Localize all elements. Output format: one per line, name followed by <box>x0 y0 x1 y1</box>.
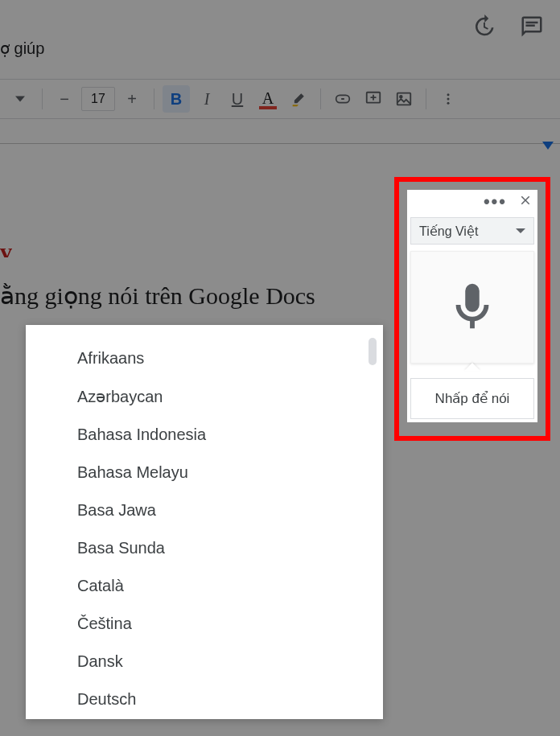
comment-icon[interactable] <box>520 14 544 42</box>
chevron-down-icon <box>516 228 525 233</box>
language-option[interactable]: Bahasa Melayu <box>26 454 383 491</box>
menu-help[interactable]: ợ giúp <box>0 39 44 58</box>
language-option[interactable]: Català <box>26 567 383 605</box>
more-button[interactable] <box>434 85 462 113</box>
voice-prompt-label: Nhấp để nói <box>410 378 534 419</box>
language-option[interactable]: Basa Sunda <box>26 529 383 567</box>
font-size-decrease[interactable]: − <box>51 85 78 113</box>
italic-button[interactable]: I <box>193 85 220 113</box>
insert-link-button[interactable] <box>329 85 356 113</box>
voice-language-select[interactable]: Tiếng Việt <box>410 217 534 245</box>
history-icon[interactable] <box>471 14 496 42</box>
separator <box>426 88 426 109</box>
language-option[interactable]: Bahasa Indonesia <box>26 416 383 454</box>
language-option[interactable]: Deutsch <box>26 680 383 718</box>
svg-point-4 <box>447 98 450 101</box>
svg-point-5 <box>447 102 450 105</box>
language-option[interactable]: Azərbaycan <box>26 377 383 416</box>
language-option[interactable]: Dansk <box>26 643 383 680</box>
toolbar: − 17 + B I U A <box>0 79 560 119</box>
separator <box>42 88 43 109</box>
insert-image-button[interactable] <box>390 85 418 113</box>
font-size-increase[interactable]: + <box>118 85 146 113</box>
svg-point-3 <box>447 93 450 96</box>
svg-point-2 <box>400 96 402 98</box>
language-dropdown-list[interactable]: AfrikaansAzərbaycanBahasa IndonesiaBahas… <box>26 325 383 719</box>
text-color-button[interactable]: A <box>254 85 282 113</box>
voice-language-label: Tiếng Việt <box>419 224 478 239</box>
more-options-icon[interactable]: ••• <box>484 198 507 206</box>
ruler-indent-marker[interactable] <box>542 142 554 150</box>
highlight-button[interactable] <box>285 85 312 113</box>
language-option[interactable]: Čeština <box>26 605 383 643</box>
close-icon[interactable] <box>518 193 533 211</box>
voice-typing-highlight: ••• Tiếng Việt Nhấp để nói <box>394 177 550 441</box>
microphone-icon <box>444 271 500 343</box>
add-comment-button[interactable] <box>360 85 387 113</box>
ruler <box>0 143 560 144</box>
language-option[interactable]: Afrikaans <box>26 339 383 377</box>
separator <box>154 88 154 109</box>
language-option[interactable]: Basa Jawa <box>26 491 383 529</box>
scrollbar-thumb[interactable] <box>369 338 377 365</box>
separator <box>320 88 321 109</box>
doc-text-fragment: v <box>0 238 16 257</box>
bold-button[interactable]: B <box>163 85 190 113</box>
microphone-button[interactable] <box>410 251 534 364</box>
font-size-input[interactable]: 17 <box>81 87 115 111</box>
dropdown-caret-icon[interactable] <box>6 85 34 113</box>
voice-typing-panel: ••• Tiếng Việt Nhấp để nói <box>407 190 537 422</box>
underline-button[interactable]: U <box>224 85 251 113</box>
doc-heading: ằng giọng nói trên Google Docs <box>0 282 315 310</box>
